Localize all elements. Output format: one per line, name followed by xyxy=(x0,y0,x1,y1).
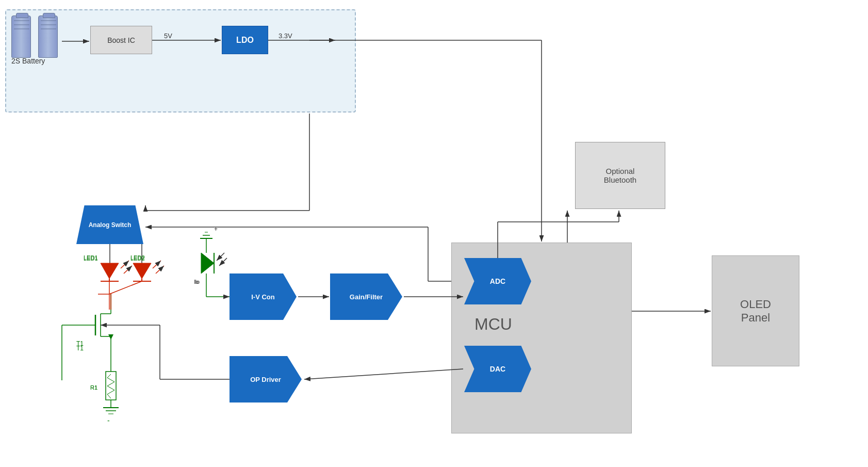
battery-cylinder-1 xyxy=(11,15,31,58)
battery-label: 2S Battery xyxy=(11,57,45,65)
svg-marker-12 xyxy=(101,263,119,279)
svg-marker-35 xyxy=(108,334,113,340)
svg-marker-21 xyxy=(133,263,151,279)
diagram-canvas: 2S Battery Boost IC 5V LDO 3.3V Analog S… xyxy=(0,0,868,467)
svg-text:-: - xyxy=(107,416,110,425)
battery-cylinder-2 xyxy=(38,15,58,58)
voltage-33v-label: 3.3V xyxy=(279,32,292,40)
led2-label: LED2 xyxy=(130,254,145,261)
svg-line-24 xyxy=(153,261,161,268)
analog-switch-block: Analog Switch xyxy=(76,205,143,244)
svg-line-15 xyxy=(121,261,129,268)
svg-text:+: + xyxy=(214,226,218,233)
op-driver-block: OP Driver xyxy=(230,356,302,402)
oled-panel-box: OLED Panel xyxy=(712,255,799,366)
dac-block: DAC xyxy=(464,346,531,392)
transistor-label: T1 xyxy=(76,345,84,352)
svg-line-49 xyxy=(217,253,224,261)
svg-line-25 xyxy=(156,266,164,273)
svg-line-16 xyxy=(124,266,132,273)
photodiode-label: Io xyxy=(195,279,200,285)
mcu-label: MCU xyxy=(474,315,512,334)
iv-con-block: I-V Con xyxy=(230,273,297,320)
adc-block: ADC xyxy=(464,258,531,304)
gainfilter-block: Gain/Filter xyxy=(330,273,402,320)
ldo-box: LDO xyxy=(222,26,268,54)
svg-line-50 xyxy=(219,258,227,266)
svg-marker-47 xyxy=(201,253,214,273)
bluetooth-box: Optional Bluetooth xyxy=(575,142,665,209)
svg-line-27 xyxy=(109,281,142,294)
battery-group xyxy=(11,15,60,60)
boost-ic-box: Boost IC xyxy=(90,26,152,54)
led1-label: LED1 xyxy=(84,254,98,261)
voltage-5v-label: 5V xyxy=(164,32,172,40)
resistor-label: R1 xyxy=(90,384,97,391)
svg-line-67 xyxy=(304,369,463,379)
svg-rect-39 xyxy=(106,372,116,400)
